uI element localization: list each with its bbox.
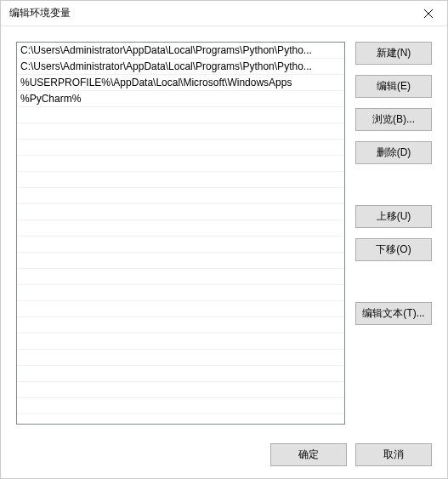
list-item-empty[interactable]: .: [17, 334, 344, 350]
window-title: 编辑环境变量: [9, 6, 409, 20]
list-item-empty[interactable]: .: [17, 237, 344, 253]
delete-button[interactable]: 删除(D): [355, 141, 432, 164]
move-up-button[interactable]: 上移(U): [355, 205, 432, 228]
cancel-button[interactable]: 取消: [355, 443, 432, 466]
side-button-panel: 新建(N) 编辑(E) 浏览(B)... 删除(D) 上移(U) 下移(O) 编…: [355, 42, 432, 425]
list-item[interactable]: %USERPROFILE%\AppData\Local\Microsoft\Wi…: [17, 75, 344, 91]
move-down-button[interactable]: 下移(O): [355, 238, 432, 261]
list-item-empty[interactable]: .: [17, 220, 344, 237]
edit-text-button[interactable]: 编辑文本(T)...: [355, 302, 432, 325]
list-item[interactable]: C:\Users\Administrator\AppData\Local\Pro…: [17, 59, 344, 75]
list-item-empty[interactable]: .: [17, 317, 344, 334]
edit-button[interactable]: 编辑(E): [355, 75, 432, 98]
list-item-empty[interactable]: .: [17, 204, 344, 220]
list-item-empty[interactable]: .: [17, 156, 344, 172]
browse-button[interactable]: 浏览(B)...: [355, 108, 432, 131]
list-item-empty[interactable]: .: [17, 366, 344, 382]
list-item[interactable]: %PyCharm%: [17, 91, 344, 107]
list-item-empty[interactable]: .: [17, 285, 344, 301]
list-item-empty[interactable]: .: [17, 253, 344, 269]
list-item-empty[interactable]: .: [17, 140, 344, 156]
new-button[interactable]: 新建(N): [355, 42, 432, 65]
list-item-empty[interactable]: .: [17, 107, 344, 123]
dialog-content: C:\Users\Administrator\AppData\Local\Pro…: [1, 26, 447, 433]
titlebar: 编辑环境变量: [1, 1, 447, 26]
dialog-footer: 确定 取消: [1, 433, 447, 479]
list-item-empty[interactable]: .: [17, 398, 344, 414]
path-listbox[interactable]: C:\Users\Administrator\AppData\Local\Pro…: [16, 42, 345, 425]
list-item-empty[interactable]: .: [17, 301, 344, 317]
close-button[interactable]: [409, 1, 447, 26]
close-icon: [424, 9, 433, 18]
list-item[interactable]: C:\Users\Administrator\AppData\Local\Pro…: [17, 43, 344, 59]
ok-button[interactable]: 确定: [270, 443, 347, 466]
list-item-empty[interactable]: .: [17, 188, 344, 204]
list-item-empty[interactable]: .: [17, 382, 344, 398]
list-item-empty[interactable]: .: [17, 269, 344, 285]
list-item-empty[interactable]: .: [17, 123, 344, 140]
list-item-empty[interactable]: .: [17, 350, 344, 366]
list-item-empty[interactable]: .: [17, 172, 344, 188]
